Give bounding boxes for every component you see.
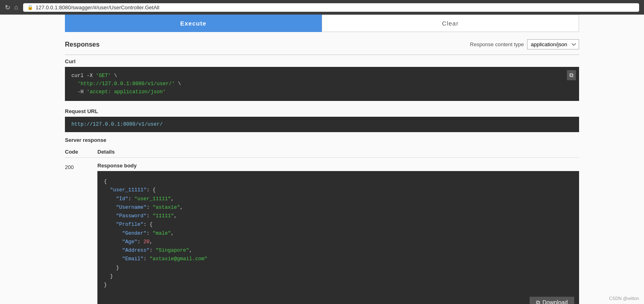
download-icon: ⧉ — [536, 299, 540, 304]
reload-button[interactable]: ↻ — [5, 4, 10, 11]
json-key-username: "Username" — [116, 205, 146, 210]
json-val-id: "user_11111" — [134, 196, 171, 202]
home-button[interactable]: ⌂ — [14, 4, 18, 11]
watermark: CSDN @witton — [609, 296, 639, 301]
details-column-header: Details — [97, 149, 579, 155]
curl-code-block: curl -X 'GET' \ 'http://127.0.0.1:8080/v… — [65, 67, 579, 101]
execute-button[interactable]: Execute — [65, 15, 322, 32]
responses-header: Responses Response content type applicat… — [65, 32, 579, 55]
response-row-200: 200 Response body { "user_11111": { "Id"… — [65, 158, 579, 304]
url-text: 127.0.0.1:8080/swagger/#/user/UserContro… — [36, 4, 159, 11]
request-url-block: http://127.0.0.1:8080/v1/user/ — [65, 117, 579, 132]
response-body-label: Response body — [97, 163, 579, 169]
response-code-200: 200 — [65, 163, 97, 170]
main-content: Execute Clear Responses Response content… — [0, 15, 644, 304]
response-body-json: { "user_11111": { "Id": "user_11111", "U… — [97, 171, 579, 304]
json-key-id: "Id" — [116, 196, 128, 202]
browser-chrome: ↻ ⌂ 🔒 127.0.0.1:8080/swagger/#/user/User… — [0, 0, 644, 15]
content-type-select[interactable]: application/json — [527, 39, 579, 49]
code-column-header: Code — [65, 149, 97, 155]
json-key-email: "Email" — [122, 256, 144, 262]
json-val-age: 20 — [144, 239, 150, 245]
json-key-address: "Address" — [122, 248, 150, 253]
json-val-password: "11111" — [153, 213, 174, 219]
address-bar[interactable]: 🔒 127.0.0.1:8080/swagger/#/user/UserCont… — [23, 3, 639, 12]
json-key-profile: "Profile" — [116, 222, 144, 227]
curl-section-label: Curl — [65, 55, 579, 67]
browser-nav-controls: ↻ ⌂ — [5, 4, 18, 11]
json-key-password: "Password" — [116, 213, 146, 219]
json-val-gender: "male" — [153, 231, 171, 236]
download-button[interactable]: ⧉ Download — [530, 297, 574, 304]
json-val-email: "astaxie@gmail.com" — [150, 256, 208, 262]
response-details-200: Response body { "user_11111": { "Id": "u… — [97, 163, 579, 304]
response-table-header: Code Details — [65, 146, 579, 158]
content-type-selector: Response content type application/json — [470, 39, 579, 49]
action-buttons: Execute Clear — [65, 15, 579, 32]
request-url-label: Request URL — [65, 105, 579, 117]
json-key-age: "Age" — [122, 239, 138, 245]
json-key-user: "user_11111" — [110, 187, 146, 193]
json-open-brace: { — [104, 179, 107, 184]
download-label: Download — [543, 299, 568, 304]
curl-copy-button[interactable]: ⧉ — [567, 70, 576, 80]
curl-line1: curl -X 'GET' \ 'http://127.0.0.1:8080/v… — [71, 73, 181, 95]
clear-button[interactable]: Clear — [322, 15, 579, 32]
content-type-label: Response content type — [470, 41, 524, 47]
json-val-address: "Singapore" — [156, 248, 190, 253]
json-val-username: "astaxie" — [153, 205, 180, 210]
responses-title: Responses — [65, 41, 99, 48]
json-key-gender: "Gender" — [122, 231, 146, 236]
request-url-text: http://127.0.0.1:8080/v1/user/ — [71, 122, 163, 127]
server-response-label: Server response — [65, 132, 579, 146]
lock-icon: 🔒 — [27, 4, 33, 10]
